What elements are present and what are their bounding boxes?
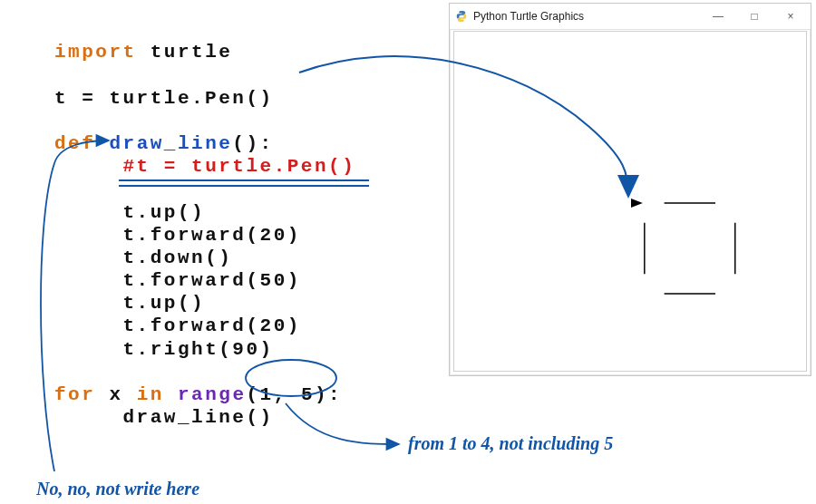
builtin-range: range (178, 384, 247, 405)
line-assign: t = turtle.Pen() (54, 88, 274, 109)
window-maximize-button[interactable]: □ (736, 5, 772, 27)
commented-out-line: #t = turtle.Pen() (123, 155, 356, 178)
func-name: draw_line (109, 133, 232, 154)
body-3: t.forward(50) (123, 270, 301, 291)
turtle-cursor-icon (631, 199, 643, 208)
func-parens: (): (232, 133, 273, 154)
kw-in: in (137, 384, 164, 405)
turtle-window: Python Turtle Graphics — □ × (449, 3, 811, 376)
turtle-canvas (453, 31, 807, 372)
comment-text: #t = turtle.Pen() (123, 156, 356, 177)
kw-import: import (54, 42, 137, 63)
python-icon (455, 10, 468, 23)
window-close-button[interactable]: × (772, 5, 809, 27)
comment-annotation-text: No, no, not write here (36, 479, 199, 499)
body-6: t.right(90) (123, 339, 274, 360)
kw-for: for (54, 384, 95, 405)
range-args: (1, 5) (246, 384, 328, 405)
window-minimize-button[interactable]: — (700, 5, 736, 27)
loop-colon: : (328, 384, 342, 405)
code-block: import turtle t = turtle.Pen() def draw_… (54, 18, 355, 429)
window-titlebar[interactable]: Python Turtle Graphics — □ × (450, 4, 811, 30)
kw-def: def (54, 133, 95, 154)
module-turtle: turtle (151, 42, 233, 63)
call-draw-line: draw_line() (123, 407, 274, 428)
body-2: t.down() (123, 247, 233, 268)
body-4: t.up() (123, 293, 206, 314)
loop-var: x (109, 384, 122, 405)
range-annotation-text: from 1 to 4, not including 5 (408, 433, 613, 454)
body-0: t.up() (123, 202, 206, 223)
body-5: t.forward(20) (123, 315, 301, 336)
window-title: Python Turtle Graphics (473, 10, 584, 23)
body-1: t.forward(20) (123, 225, 301, 246)
